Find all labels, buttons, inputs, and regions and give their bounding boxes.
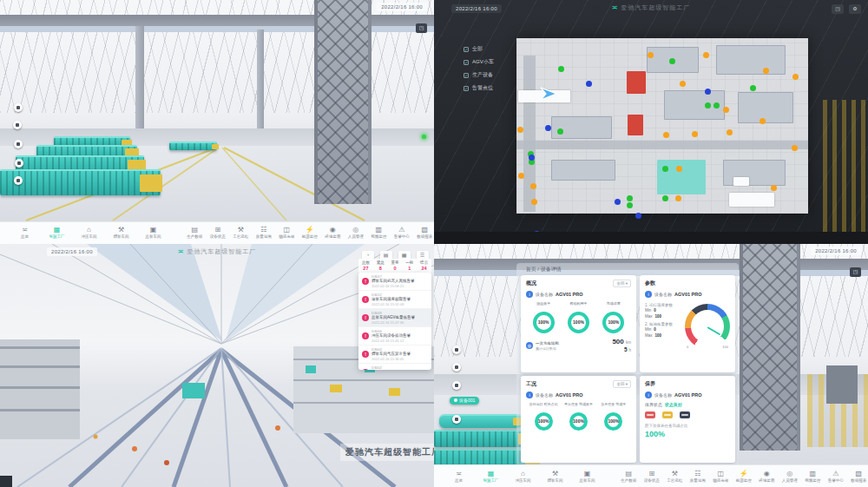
device-dot[interactable]	[675, 195, 681, 201]
function-item[interactable]: ▥ 视频监控	[367, 226, 391, 240]
function-item[interactable]: ▧ 数据报表	[847, 470, 868, 484]
function-item[interactable]: ◫ 物流仓储	[709, 470, 733, 484]
legend-row[interactable]: ✓ AGV小车	[464, 58, 494, 66]
device-dot[interactable]	[723, 107, 729, 113]
function-item[interactable]: ⊞ 设备状态	[641, 470, 664, 484]
device-dot[interactable]	[750, 85, 756, 91]
nav-item[interactable]: ⌂ 冲压车间	[73, 226, 105, 240]
alarm-list-item[interactable]: ! D3012 涂装车间温度超限告警 2022-02-16 15:52:08	[358, 291, 431, 309]
nav-item[interactable]: ▣ 总装车间	[571, 470, 603, 484]
camera-marker[interactable]	[14, 176, 23, 185]
device-dot[interactable]	[727, 129, 733, 135]
device-dot[interactable]	[792, 145, 798, 151]
layers-button[interactable]: ◳	[850, 267, 861, 277]
device-dot[interactable]	[529, 155, 535, 161]
device-dot[interactable]	[713, 102, 720, 109]
device-dot[interactable]	[586, 81, 592, 87]
device-dot[interactable]	[615, 199, 621, 205]
function-item[interactable]: ⚠ 告警中心	[391, 226, 414, 240]
function-item[interactable]: ⚒ 工艺流程	[663, 470, 687, 484]
viewport-workshop-3d[interactable]: 2022/2/16 16:00 ◳ ≍ 总览 ▦ 智慧工厂 ⌂ 冲压车间 ⚒ 焊…	[0, 0, 434, 244]
nav-item[interactable]: ▣ 总装车间	[137, 226, 169, 240]
alarm-list-item[interactable]: ! D3006 冲压车间设备振动告警 2022-02-16 15:41:12	[358, 327, 431, 346]
alarm-stat[interactable]: 一般 1	[402, 260, 417, 272]
device-dot[interactable]	[530, 183, 536, 189]
device-dot[interactable]	[763, 68, 769, 74]
nav-item[interactable]: ≍ 总览	[443, 470, 475, 484]
alarm-list-item[interactable]: ! D3004 焊装车间气压异常告警 2022-02-16 15:36:45	[358, 346, 431, 364]
alarm-list-item[interactable]: ! D3009 总装车间AGV电量低告警 2022-02-16 15:47:36	[358, 309, 431, 327]
breadcrumb[interactable]: · 首页 / 设备详情	[523, 266, 562, 273]
condition-filter-select[interactable]: 全部 ▾	[613, 380, 631, 388]
checkbox-checked-icon[interactable]: ✓	[464, 86, 469, 91]
legend-row[interactable]: ✓ 告警点位	[464, 84, 494, 92]
layers-button[interactable]: ◳	[416, 23, 427, 33]
function-item[interactable]: ▧ 数据报表	[413, 226, 434, 240]
function-item[interactable]: ⊞ 设备状态	[207, 226, 230, 240]
camera-marker[interactable]	[14, 103, 23, 112]
camera-marker[interactable]	[452, 346, 461, 354]
legend-row[interactable]: ✓ 全部	[464, 45, 494, 53]
device-dot[interactable]	[557, 128, 563, 135]
device-dot[interactable]	[703, 52, 709, 58]
settings-button[interactable]: ⚙	[849, 4, 861, 14]
function-item[interactable]: ◎ 人员管理	[345, 226, 368, 240]
device-dot[interactable]	[676, 166, 682, 172]
function-item[interactable]: ☷ 质量追溯	[253, 226, 276, 240]
alarm-stat[interactable]: 重要 0	[388, 260, 403, 272]
viewport-assembly-line[interactable]: 2022/2/16 16:00 ≍爱驰汽车超级智能工厂 ◔ ▤ ▦ ☰ 总数 2…	[0, 244, 434, 487]
function-item[interactable]: ◉ 环境监测	[755, 470, 779, 484]
function-item[interactable]: ⚡ 能源监控	[733, 470, 756, 484]
alarm-list-item[interactable]: ! D3002 物流线输送带停机告警 2022-02-16 15:30:27	[358, 364, 431, 370]
nav-item[interactable]: ▦ 智慧工厂	[475, 470, 507, 484]
function-item[interactable]: ⚠ 告警中心	[825, 470, 848, 484]
function-item[interactable]: ◎ 人员管理	[779, 470, 802, 484]
device-dot[interactable]	[705, 102, 711, 109]
device-dot[interactable]	[517, 127, 523, 133]
device-dot[interactable]	[545, 125, 551, 131]
nav-item[interactable]: ⚒ 焊装车间	[539, 470, 571, 484]
camera-marker[interactable]	[452, 415, 461, 424]
nav-item[interactable]: ⚒ 焊装车间	[105, 226, 137, 240]
function-item[interactable]: ☷ 质量追溯	[687, 470, 710, 484]
device-dot[interactable]	[792, 74, 799, 80]
function-item[interactable]: ▥ 视频监控	[801, 470, 825, 484]
function-item[interactable]: ◫ 物流仓储	[275, 226, 299, 240]
fullscreen-button[interactable]: ◳	[832, 4, 844, 14]
nav-item[interactable]: ≍ 总览	[9, 226, 41, 240]
camera-marker[interactable]	[452, 363, 461, 372]
device-dot[interactable]	[760, 118, 766, 124]
function-item[interactable]: ◉ 环境监测	[321, 226, 345, 240]
alarm-stat[interactable]: 总数 27	[358, 260, 373, 272]
device-dot[interactable]	[627, 202, 633, 208]
device-dot[interactable]	[531, 199, 537, 205]
device-dot[interactable]	[669, 58, 675, 64]
device-dot[interactable]	[662, 166, 668, 172]
function-item[interactable]: ▤ 生产数据	[183, 226, 207, 240]
device-dot[interactable]	[648, 52, 654, 58]
device-dot[interactable]	[635, 213, 641, 219]
alarm-stat[interactable]: 紧急 8	[373, 260, 388, 272]
camera-marker[interactable]	[15, 159, 23, 168]
viewport-factory-map[interactable]: ✓ 全部 ✓ AGV小车 ✓ 生产设备 ✓ 告警点位 2022/2/16 16:…	[434, 0, 868, 244]
device-dot[interactable]	[680, 81, 686, 87]
function-item[interactable]: ⚡ 能源监控	[299, 226, 322, 240]
device-tooltip[interactable]: 设备001	[450, 397, 479, 405]
function-item[interactable]: ▤ 生产数据	[617, 470, 641, 484]
camera-marker[interactable]	[14, 140, 23, 148]
nav-item[interactable]: ▦ 智慧工厂	[41, 226, 73, 240]
device-dot[interactable]	[627, 195, 633, 201]
checkbox-checked-icon[interactable]: ✓	[464, 60, 469, 65]
nav-item[interactable]: ⌂ 冲压车间	[507, 470, 539, 484]
camera-marker[interactable]	[452, 381, 461, 390]
device-dot[interactable]	[663, 132, 669, 138]
camera-marker[interactable]	[13, 121, 22, 129]
alarm-list-item[interactable]: ! D3017 焊装车间机器人离线告警 2022-02-16 15:58:21	[358, 273, 431, 291]
overview-filter-select[interactable]: 全部 ▾	[613, 280, 631, 287]
function-item[interactable]: ⚒ 工艺流程	[229, 226, 253, 240]
checkbox-checked-icon[interactable]: ✓	[464, 47, 469, 52]
alarm-stat[interactable]: 提示 24	[417, 260, 431, 272]
device-dot[interactable]	[558, 66, 564, 72]
viewport-device-dashboard[interactable]: 设备001 2022/2/16 16:00 ◳ · 首页 / 设备详情 概况 全…	[434, 244, 868, 487]
device-dot[interactable]	[705, 89, 711, 95]
